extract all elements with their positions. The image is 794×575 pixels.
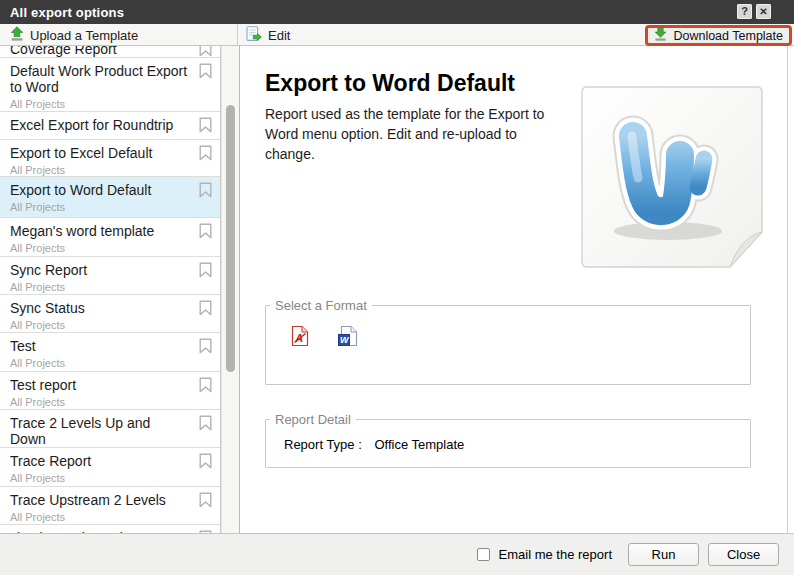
report-detail-section: Report Detail Report Type : Office Templ… <box>265 412 751 468</box>
template-list-item[interactable]: Megan's word template All Projects <box>0 218 220 257</box>
pdf-format-icon[interactable]: A <box>289 325 311 351</box>
report-type-value: Office Template <box>374 437 464 452</box>
word-document-image <box>573 82 776 278</box>
template-list-item[interactable]: Export to Excel Default All Projects <box>0 140 220 177</box>
template-list-item[interactable]: Excel Export for Roundtrip <box>0 112 220 140</box>
template-list-item[interactable]: Default Work Product Export to Word All … <box>0 58 220 112</box>
template-title: Export to Word Default <box>10 182 190 198</box>
bookmark-icon[interactable] <box>199 182 212 202</box>
bookmark-icon[interactable] <box>199 223 212 243</box>
close-button[interactable]: Close <box>708 543 779 566</box>
template-list-item[interactable]: Trace Upstream 2 Levels All Projects <box>0 487 220 525</box>
template-scope-label: All Projects <box>10 357 190 370</box>
footer-bar: Email me the report Run Close <box>0 533 794 575</box>
template-list-item[interactable]: Trace Report All Projects <box>0 448 220 487</box>
template-list-item[interactable]: Sync Report All Projects <box>0 257 220 295</box>
template-list-item[interactable]: Test All Projects <box>0 333 220 372</box>
upload-template-label: Upload a Template <box>30 28 138 43</box>
bookmark-icon[interactable] <box>199 492 212 512</box>
bookmark-icon[interactable] <box>199 453 212 473</box>
upload-icon <box>9 26 25 45</box>
template-scope-label: All Projects <box>10 396 190 409</box>
dialog-title: All export options <box>10 5 124 20</box>
list-scrollbar[interactable] <box>221 46 240 533</box>
template-title: Coverage Report <box>10 46 190 57</box>
template-title: Test report <box>10 377 190 393</box>
template-scope-label: All Projects <box>10 201 190 214</box>
edit-label: Edit <box>268 28 290 43</box>
template-title: Excel Export for Roundtrip <box>10 117 190 133</box>
download-highlight-box: Download Template <box>645 25 792 46</box>
template-list: Coverage Report Default Work Product Exp… <box>0 46 221 533</box>
template-scope-label: All Projects <box>10 242 190 255</box>
bookmark-icon[interactable] <box>199 300 212 320</box>
edit-icon <box>246 26 263 45</box>
download-template-button[interactable]: Download Template <box>648 27 789 45</box>
download-icon <box>653 27 668 45</box>
bookmark-icon[interactable] <box>199 117 212 137</box>
email-report-checkbox[interactable] <box>477 548 490 561</box>
template-title: Default Work Product Export to Word <box>10 63 190 95</box>
export-options-dialog: All export options ? ✕ Upload a Template <box>0 0 794 575</box>
template-scope-label: All Projects <box>10 472 190 485</box>
bookmark-icon[interactable] <box>199 262 212 282</box>
template-title: Sync Status <box>10 300 190 316</box>
template-list-item[interactable]: Test report All Projects <box>0 372 220 410</box>
template-title: Trace 2 Levels Up and Down <box>10 415 190 447</box>
email-report-label[interactable]: Email me the report <box>499 547 612 562</box>
report-description: Report used as the template for the Expo… <box>265 104 559 164</box>
bookmark-icon[interactable] <box>199 338 212 358</box>
template-title: Sync Report <box>10 262 190 278</box>
bookmark-icon[interactable] <box>199 63 212 83</box>
select-format-legend: Select a Format <box>270 298 372 313</box>
upload-template-button[interactable]: Upload a Template <box>9 24 138 46</box>
edit-button[interactable]: Edit <box>246 24 290 46</box>
template-list-item[interactable]: Export to Word Default All Projects <box>0 177 220 218</box>
download-template-label: Download Template <box>673 29 783 43</box>
select-format-section: Select a Format A W <box>265 298 751 385</box>
bookmark-icon[interactable] <box>199 377 212 397</box>
titlebar: All export options ? ✕ <box>0 0 794 24</box>
close-icon[interactable]: ✕ <box>756 4 771 19</box>
bookmark-icon[interactable] <box>199 415 212 435</box>
report-detail-legend: Report Detail <box>270 412 356 427</box>
template-title: Trace Upstream 2 Levels <box>10 492 190 508</box>
help-button[interactable]: ? <box>737 4 752 19</box>
template-scope-label: All Projects <box>10 281 190 294</box>
word-format-icon[interactable]: W <box>337 325 359 351</box>
template-scope-label: All Projects <box>10 319 190 332</box>
bookmark-icon[interactable] <box>199 145 212 165</box>
template-list-item[interactable]: Trace 2 Levels Up and Down All Projects <box>0 410 220 448</box>
template-title: Export to Excel Default <box>10 145 190 161</box>
report-heading: Export to Word Default <box>265 70 515 97</box>
template-scope-label: All Projects <box>10 511 190 524</box>
toolbar-divider <box>237 24 238 46</box>
run-button[interactable]: Run <box>628 543 699 566</box>
toolbar: Upload a Template Edit <box>0 24 794 46</box>
template-scope-label: All Projects <box>10 98 190 111</box>
detail-panel: Export to Word Default Report used as th… <box>241 46 788 533</box>
template-list-item[interactable]: Sync Status All Projects <box>0 295 220 333</box>
template-list-item[interactable]: Coverage Report <box>0 46 220 58</box>
template-title: Test <box>10 338 190 354</box>
template-title: Trace Report <box>10 453 190 469</box>
bookmark-icon[interactable] <box>199 46 212 58</box>
scrollbar-thumb[interactable] <box>226 105 235 372</box>
report-type-label: Report Type : <box>284 437 362 452</box>
template-list-item[interactable]: simple word template <box>0 525 220 533</box>
template-scope-label: All Projects <box>10 164 190 177</box>
template-title: Megan's word template <box>10 223 190 239</box>
